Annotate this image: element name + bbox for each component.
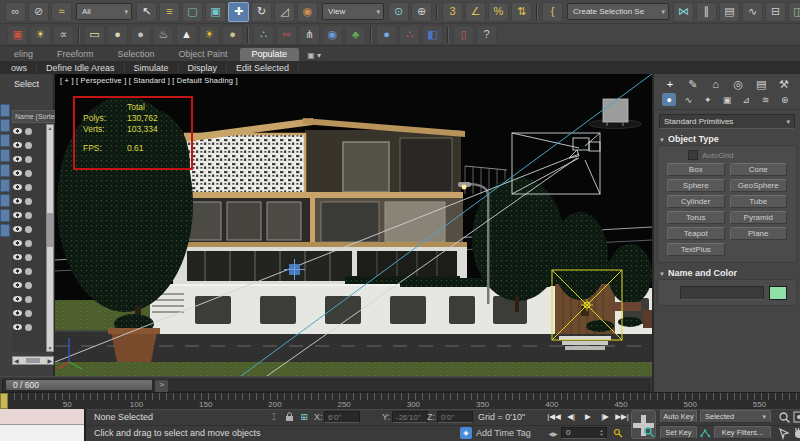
explorer-horizontal-scrollbar[interactable]: ◀ ▶ [12,356,54,365]
listener-script-row[interactable] [0,425,84,441]
use-pivot-point-center-icon[interactable]: ⊙ [388,2,409,22]
go-to-start-button[interactable]: |◀◀ [545,410,563,424]
shelf-dome-icon[interactable]: ● [222,25,243,45]
y-coordinate-field[interactable]: -26'10" [392,411,428,423]
previous-frame-button[interactable]: ◀| [564,410,578,424]
mirror-icon[interactable]: ⋈ [673,2,694,22]
isolate-selection-icon[interactable]: ⌶ [268,411,280,423]
pan-icon[interactable] [793,426,800,439]
select-and-manipulate-icon[interactable]: ⊕ [411,2,432,22]
object-type-box-button[interactable]: Box [667,163,725,176]
ribbon-tab-populate[interactable]: Populate [240,48,300,61]
key-filters-button[interactable]: Key Filters... [714,426,771,439]
ribbon-tab-freeform[interactable]: Freeform [45,48,106,61]
key-steps-icon[interactable] [699,427,711,439]
selection-lock-icon[interactable] [283,411,295,423]
scroll-right-icon[interactable]: ▶ [47,357,52,364]
object-type-teapot-button[interactable]: Teapot [667,227,725,240]
layer-manager-icon[interactable]: ▤ [719,2,740,22]
default-in-out-tangent-icon[interactable] [612,427,624,439]
shapes-category-icon[interactable]: ∿ [681,93,695,106]
snap-toggle-3d-icon[interactable]: 3 [442,2,463,22]
visibility-eye-icon[interactable] [13,296,22,302]
explorer-toolbar-button[interactable] [0,194,10,207]
curve-editor-icon[interactable]: ∿ [742,2,763,22]
z-coordinate-field[interactable]: 0'0" [437,411,473,423]
ribbon-subtab-defineidleareas[interactable]: Define Idle Areas [37,63,125,73]
select-and-rotate-icon[interactable]: ↻ [251,2,272,22]
edit-named-selection-sets-icon[interactable]: { [542,2,563,22]
space-warps-category-icon[interactable]: ≋ [758,93,772,106]
track-bar[interactable]: 50100150200250300350400450500550 [0,392,800,409]
shelf-teapot-primitive-icon[interactable]: ♨ [153,25,174,45]
object-type-torus-button[interactable]: Torus [667,211,725,224]
primitive-category-dropdown[interactable]: Standard Primitives ▾ [659,114,795,129]
visibility-eye-icon[interactable] [13,324,22,330]
display-tab-icon[interactable]: ▤ [753,77,769,91]
ribbon-subtab-ows[interactable]: ows [2,63,37,73]
explorer-toolbar-button[interactable] [0,164,10,177]
create-tab-icon[interactable]: + [662,77,678,91]
listener-macro-row[interactable] [0,409,84,425]
geometry-category-icon[interactable]: ● [662,93,676,106]
angle-snap-icon[interactable]: ∠ [465,2,486,22]
explorer-row[interactable] [12,306,46,320]
ribbon-tab-selection[interactable]: Selection [106,48,167,61]
visibility-eye-icon[interactable] [13,184,22,190]
visibility-eye-icon[interactable] [13,212,22,218]
shelf-container-icon[interactable]: ▯ [453,25,474,45]
add-time-tag-label[interactable]: Add Time Tag [476,428,531,438]
explorer-row[interactable] [12,320,46,334]
visibility-eye-icon[interactable] [13,156,22,162]
ribbon-subtab-simulate[interactable]: Simulate [125,63,179,73]
explorer-column-header[interactable]: Name (Sorted A [12,110,57,123]
explorer-toolbar-button[interactable] [0,104,10,117]
motion-tab-icon[interactable]: ◎ [730,77,746,91]
object-name-field[interactable] [680,286,764,300]
shelf-sphere-primitive-icon[interactable]: ● [107,25,128,45]
percent-snap-icon[interactable]: % [488,2,509,22]
explorer-toolbar-button[interactable] [0,209,10,222]
object-type-plane-button[interactable]: Plane [730,227,788,240]
select-by-name-icon[interactable]: ≡ [159,2,180,22]
help-icon[interactable]: ? [476,25,497,45]
shelf-foliage-icon[interactable]: ♣ [345,25,366,45]
object-type-rollout-header[interactable]: ▼Object Type [657,133,797,145]
scroll-up-icon[interactable]: ▲ [47,125,53,131]
object-type-cone-button[interactable]: Cone [730,163,788,176]
explorer-row[interactable] [12,208,46,222]
explorer-row[interactable] [12,152,46,166]
shelf-particles-icon[interactable]: ∴ [253,25,274,45]
utilities-tab-icon[interactable]: ⚒ [776,77,792,91]
explorer-row[interactable] [12,292,46,306]
next-frame-arrow-button[interactable]: > [154,379,169,393]
object-type-geosphere-button[interactable]: GeoSphere [730,179,788,192]
object-type-textplus-button[interactable]: TextPlus [667,243,725,256]
object-type-cylinder-button[interactable]: Cylinder [667,195,725,208]
object-type-pyramid-button[interactable]: Pyramid [730,211,788,224]
named-selection-sets-dropdown[interactable]: Create Selection Se▾ [567,3,669,20]
time-slider-handle[interactable]: 0 / 600 [5,379,153,391]
scroll-down-icon[interactable]: ▼ [47,345,53,351]
explorer-row[interactable] [12,222,46,236]
reference-coordinate-dropdown[interactable]: View▾ [322,3,384,20]
shelf-cone-primitive-icon[interactable]: ▲ [176,25,197,45]
rectangular-selection-region-icon[interactable]: ▢ [182,2,203,22]
shelf-light-bulb-icon[interactable]: ☀ [30,25,51,45]
maxscript-mini-listener[interactable] [0,409,86,441]
explorer-row[interactable] [12,166,46,180]
explorer-row[interactable] [12,264,46,278]
autogrid-checkbox[interactable] [688,150,698,160]
hierarchy-tab-icon[interactable]: ⌂ [708,77,724,91]
visibility-eye-icon[interactable] [13,142,22,148]
crossing-selection-icon[interactable]: ▣ [205,2,226,22]
perspective-viewport[interactable]: [ + ] [ Perspective ] [ Standard ] [ Def… [55,74,652,376]
shelf-bone-icon[interactable]: ∝ [53,25,74,45]
workspace-toggle-icon[interactable]: ◫ [788,2,800,22]
explorer-toolbar-button[interactable] [0,224,10,237]
explorer-toolbar-button[interactable] [0,134,10,147]
explorer-toolbar-button[interactable] [0,149,10,162]
align-icon[interactable]: ∥ [696,2,717,22]
ribbon-subtab-editselected[interactable]: Edit Selected [227,63,299,73]
lights-category-icon[interactable]: ✦ [701,93,715,106]
